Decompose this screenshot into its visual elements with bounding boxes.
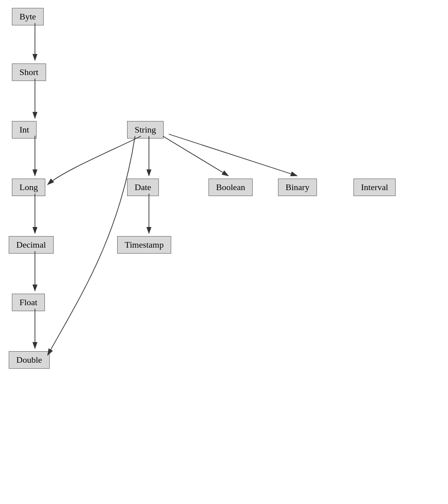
node-binary: Binary — [278, 179, 317, 196]
node-interval: Interval — [353, 179, 396, 196]
node-date: Date — [127, 179, 159, 196]
svg-line-8 — [163, 136, 228, 176]
node-int: Int — [12, 121, 37, 139]
node-string: String — [127, 121, 164, 139]
svg-line-9 — [169, 134, 297, 176]
arrows-svg — [0, 0, 448, 504]
node-timestamp: Timestamp — [117, 236, 171, 254]
node-double: Double — [9, 351, 50, 369]
node-float: Float — [12, 294, 45, 311]
node-byte: Byte — [12, 8, 44, 25]
node-boolean: Boolean — [209, 179, 253, 196]
node-short: Short — [12, 63, 46, 81]
node-long: Long — [12, 179, 45, 196]
node-decimal: Decimal — [9, 236, 54, 254]
